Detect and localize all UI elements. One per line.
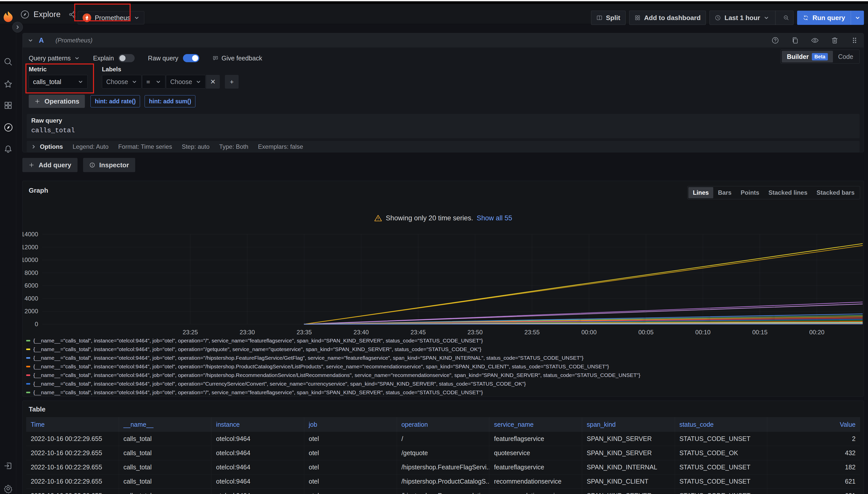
beta-badge: Beta xyxy=(812,53,828,60)
collapse-chevron-icon[interactable] xyxy=(28,38,33,43)
timeseries-chart[interactable]: 0200040006000800010000120001400023:2523:… xyxy=(42,234,863,336)
add-operation-button[interactable]: Operations xyxy=(29,95,85,108)
legend-color-chip xyxy=(26,366,30,367)
x-axis-tick: 00:10 xyxy=(695,329,710,336)
table-cell: 2022-10-16 00:22:29.655 xyxy=(26,474,119,489)
sync-icon xyxy=(803,15,809,21)
run-query-caret[interactable] xyxy=(851,11,864,25)
starred-icon[interactable] xyxy=(3,79,13,89)
trash-icon[interactable] xyxy=(831,36,839,44)
graph-panel: Graph LinesBarsPointsStacked linesStacke… xyxy=(22,181,864,397)
column-header-value[interactable]: Value xyxy=(767,417,860,432)
table-cell: otelcol:9464 xyxy=(212,432,304,446)
label-value-select[interactable]: Choose xyxy=(166,75,205,89)
column-header-time[interactable]: Time xyxy=(26,417,119,432)
legend-item-clipped[interactable]: {__name__="calls_total", instance="otelc… xyxy=(26,388,862,396)
legend-color-chip xyxy=(26,340,30,341)
column-header-operation[interactable]: operation xyxy=(397,417,490,432)
add-label-filter-button[interactable]: + xyxy=(225,75,239,89)
column-header--name-[interactable]: __name__ xyxy=(119,417,212,432)
time-range-button[interactable]: Last 1 hour xyxy=(724,14,760,22)
table-cell: 2022-10-16 00:22:29.655 xyxy=(26,460,119,474)
column-header-span-kind[interactable]: span_kind xyxy=(582,417,675,432)
legend-item[interactable]: {__name__="calls_total", instance="otelc… xyxy=(26,354,862,362)
table-row[interactable]: 2022-10-16 00:22:29.655calls_totalotelco… xyxy=(26,460,860,474)
explore-icon[interactable] xyxy=(3,122,13,132)
column-header-service-name[interactable]: service_name xyxy=(489,417,582,432)
query-hint-button[interactable]: hint: add rate() xyxy=(90,95,140,107)
table-cell: /hipstershop.FeatureFlagServi... xyxy=(397,460,490,474)
eye-icon[interactable] xyxy=(811,36,819,44)
grafana-logo-icon[interactable] xyxy=(2,11,14,24)
drag-handle-icon[interactable] xyxy=(850,36,858,44)
run-query-button[interactable]: Run query xyxy=(797,11,864,25)
graph-mode-points[interactable]: Points xyxy=(736,187,764,198)
search-minus-icon xyxy=(783,15,789,21)
dashboards-icon[interactable] xyxy=(3,101,13,110)
legend-item[interactable]: {__name__="calls_total", instance="otelc… xyxy=(26,380,862,388)
graph-mode-lines[interactable]: Lines xyxy=(688,187,713,198)
datasource-picker[interactable]: Prometheus xyxy=(78,11,144,24)
add-query-button[interactable]: Add query xyxy=(22,158,77,172)
alerting-bell-icon[interactable] xyxy=(3,145,13,154)
graph-legend: {__name__="calls_total", instance="otelc… xyxy=(26,336,862,396)
legend-item[interactable]: {__name__="calls_total", instance="otelc… xyxy=(26,362,862,371)
builder-tab[interactable]: Builder Beta xyxy=(782,51,833,62)
x-axis-tick: 23:25 xyxy=(183,329,198,336)
page-title: Explore xyxy=(34,10,61,19)
table-cell: SPAN_KIND_CLIENT xyxy=(582,474,675,489)
table-cell: otel xyxy=(304,432,397,446)
remove-label-filter-button[interactable]: ✕ xyxy=(206,75,220,89)
zoom-out-time-button[interactable] xyxy=(779,11,793,25)
legend-item[interactable]: {__name__="calls_total", instance="otelc… xyxy=(26,336,862,345)
inspector-button[interactable]: Inspector xyxy=(83,158,135,172)
graph-mode-bars[interactable]: Bars xyxy=(713,187,736,198)
give-feedback-link[interactable]: Give feedback xyxy=(213,55,262,62)
grafana-explore-screen: Explore Prometheus Split Add to xyxy=(0,0,868,494)
table-row[interactable]: 2022-10-16 00:22:29.655calls_totalotelco… xyxy=(26,446,860,460)
table-row[interactable]: 2022-10-16 00:22:29.655calls_totalotelco… xyxy=(26,432,860,446)
query-row-header[interactable]: A (Prometheus) xyxy=(23,33,864,48)
show-all-series-link[interactable]: Show all 55 xyxy=(477,214,512,222)
legend-item[interactable]: {__name__="calls_total", instance="otelc… xyxy=(26,345,862,354)
code-tab[interactable]: Code xyxy=(833,51,858,62)
search-icon[interactable] xyxy=(3,57,13,66)
table-cell: recommendationservice xyxy=(489,489,582,494)
series-limit-warning: Showing only 20 time series. Show all 55 xyxy=(23,214,864,222)
help-circle-icon[interactable] xyxy=(771,36,779,44)
table-cell: 2022-10-16 00:22:29.655 xyxy=(26,432,119,446)
apps-icon xyxy=(634,15,640,21)
sign-in-icon[interactable] xyxy=(3,461,13,470)
graph-mode-stacked-bars[interactable]: Stacked bars xyxy=(812,187,859,198)
query-options-row[interactable]: Options Legend: AutoFormat: Time seriesS… xyxy=(27,141,860,153)
metric-select[interactable]: calls_total xyxy=(29,75,88,89)
chevron-down-icon[interactable] xyxy=(763,15,769,21)
operations-row: Operations hint: add rate()hint: add sum… xyxy=(29,95,195,108)
column-header-status-code[interactable]: status_code xyxy=(675,417,767,432)
share-icon[interactable] xyxy=(68,11,76,19)
label-key-select[interactable]: Choose xyxy=(102,75,142,89)
legend-item[interactable]: {__name__="calls_total", instance="otelc… xyxy=(26,371,862,380)
query-hint-button[interactable]: hint: add sum() xyxy=(145,95,195,107)
sidebar-expand-button[interactable] xyxy=(12,22,23,33)
legend-color-chip xyxy=(26,357,30,359)
table-row[interactable]: 2022-10-16 00:22:29.655calls_totalotelco… xyxy=(26,474,860,489)
table-cell: otel xyxy=(304,474,397,489)
raw-query-toggle[interactable] xyxy=(183,54,199,62)
table-cell: SPAN_KIND_SERVER xyxy=(582,432,675,446)
duplicate-icon[interactable] xyxy=(791,36,799,44)
table-row[interactable]: 2022-10-16 00:22:29.655calls_totalotelco… xyxy=(26,489,860,494)
y-axis-tick: 4000 xyxy=(25,295,38,302)
column-header-job[interactable]: job xyxy=(304,417,397,432)
compass-icon xyxy=(20,10,30,19)
explain-toggle[interactable] xyxy=(119,54,135,62)
table-cell: 2022-10-16 00:22:29.655 xyxy=(26,446,119,460)
label-operator-select[interactable]: = xyxy=(142,75,165,89)
add-to-dashboard-button[interactable]: Add to dashboard xyxy=(629,11,706,25)
query-patterns-dropdown[interactable]: Query patterns xyxy=(29,55,80,62)
left-sidebar xyxy=(0,24,16,494)
graph-mode-stacked-lines[interactable]: Stacked lines xyxy=(764,187,812,198)
split-button[interactable]: Split xyxy=(591,11,626,25)
settings-gear-icon[interactable] xyxy=(3,484,13,493)
column-header-instance[interactable]: instance xyxy=(212,417,304,432)
